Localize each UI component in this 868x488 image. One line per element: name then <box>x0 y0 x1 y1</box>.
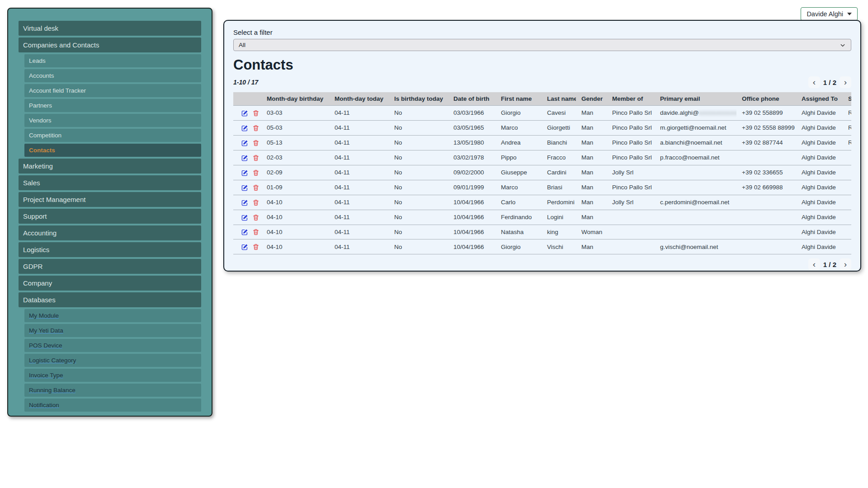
cell-member-of <box>607 210 655 225</box>
cell-actions <box>233 239 261 254</box>
delete-row-button[interactable] <box>252 229 259 235</box>
sidebar-item-my-yeti-data[interactable]: My Yeti Data <box>24 324 201 337</box>
filter-selected-value: All <box>239 42 245 48</box>
cell-assigned: Alghi Davide <box>796 106 843 121</box>
cell-last: Bianchi <box>542 135 576 150</box>
cell-gender: Man <box>576 195 607 210</box>
contacts-panel: Select a filter All Contacts 1-10 / 17 ‹… <box>223 20 861 272</box>
edit-icon <box>241 214 248 221</box>
edit-row-button[interactable] <box>241 110 248 117</box>
table-row: 02-0904-11No09/02/2000GiuseppeCardiniMan… <box>233 165 851 180</box>
cell-last: Perdomini <box>542 195 576 210</box>
chevron-down-icon <box>847 13 852 15</box>
sidebar-item-gdpr[interactable]: GDPR <box>19 259 201 274</box>
cell-dob: 03/05/1965 <box>448 120 495 135</box>
sidebar-item-databases[interactable]: Databases <box>19 292 201 307</box>
sidebar-item-account-field-tracker[interactable]: Account field Tracker <box>24 84 201 97</box>
sidebar-item-pos-device[interactable]: POS Device <box>24 339 201 352</box>
sidebar-item-leads[interactable]: Leads <box>24 54 201 67</box>
edit-row-button[interactable] <box>241 140 248 146</box>
sidebar-item-partners[interactable]: Partners <box>24 99 201 112</box>
edit-icon <box>241 229 248 235</box>
sidebar-item-invoice-type[interactable]: Invoice Type <box>24 369 201 382</box>
edit-icon <box>241 140 248 146</box>
sidebar-item-contacts[interactable]: Contacts <box>24 144 201 157</box>
sidebar-item-virtual-desk[interactable]: Virtual desk <box>19 21 201 36</box>
cell-email <box>655 210 736 225</box>
next-page-button[interactable]: › <box>840 258 851 270</box>
cell-member-of: Pinco Pallo Srl <box>607 180 655 195</box>
sidebar-item-vendors[interactable]: Vendors <box>24 114 201 127</box>
sidebar-item-competition[interactable]: Competition <box>24 129 201 142</box>
edit-row-button[interactable] <box>241 169 248 176</box>
cell-is-birthday: No <box>389 106 448 121</box>
cell-dob: 10/04/1966 <box>448 210 495 225</box>
delete-row-button[interactable] <box>252 244 259 250</box>
cell-last: Cavesi <box>542 106 576 121</box>
prev-page-button[interactable]: ‹ <box>808 258 820 270</box>
delete-row-button[interactable] <box>252 184 259 191</box>
edit-row-button[interactable] <box>241 199 248 206</box>
cell-dob: 03/03/1966 <box>448 106 495 121</box>
cell-last: Fracco <box>542 150 576 165</box>
cell-actions <box>233 195 261 210</box>
user-menu-button[interactable]: Davide Alghi <box>801 7 858 21</box>
sidebar-item-sales[interactable]: Sales <box>19 175 201 190</box>
delete-row-button[interactable] <box>252 140 259 146</box>
delete-row-button[interactable] <box>252 199 259 206</box>
cell-member-of <box>607 239 655 254</box>
cell-dob: 09/01/1999 <box>448 180 495 195</box>
cell-gender: Man <box>576 210 607 225</box>
sidebar-item-support[interactable]: Support <box>19 209 201 224</box>
cell-last: king <box>542 225 576 239</box>
prev-page-button[interactable]: ‹ <box>808 76 820 88</box>
cell-gender: Man <box>576 239 607 254</box>
edit-row-button[interactable] <box>241 125 248 131</box>
delete-row-button[interactable] <box>252 169 259 176</box>
edit-row-button[interactable] <box>241 214 248 221</box>
cell-member-of <box>607 225 655 239</box>
edit-row-button[interactable] <box>241 155 248 161</box>
cell-dob: 10/04/1966 <box>448 239 495 254</box>
sidebar-item-my-module[interactable]: My Module <box>24 309 201 322</box>
cell-phone <box>736 150 796 165</box>
sidebar-item-notification[interactable]: Notification <box>24 399 201 412</box>
cell-md-birthday: 02-09 <box>261 165 329 180</box>
trash-icon <box>253 155 259 161</box>
cell-assigned: Alghi Davide <box>796 165 843 180</box>
result-range: 1-10 / 17 <box>233 79 258 86</box>
cell-actions <box>233 120 261 135</box>
trash-icon <box>253 244 259 250</box>
delete-row-button[interactable] <box>252 155 259 161</box>
next-page-button[interactable]: › <box>840 76 851 88</box>
cell-assigned: Alghi Davide <box>796 135 843 150</box>
sidebar-item-accounting[interactable]: Accounting <box>19 225 201 240</box>
cell-md-today: 04-11 <box>329 210 389 225</box>
sidebar-item-running-balance[interactable]: Running Balance <box>24 384 201 397</box>
cell-shared <box>843 195 851 210</box>
filter-select[interactable]: All <box>233 39 851 51</box>
cell-phone: +39 02 5558 88999 <box>736 120 796 135</box>
column-header: Primary email <box>655 92 736 106</box>
edit-icon <box>241 169 248 176</box>
edit-icon <box>241 110 248 117</box>
cell-shared <box>843 165 851 180</box>
edit-row-button[interactable] <box>241 184 248 191</box>
cell-phone <box>736 210 796 225</box>
sidebar-item-companies-and-contacts[interactable]: Companies and Contacts <box>19 38 201 52</box>
table-row: 04-1004-11No10/04/1966NatashakingWomanAl… <box>233 225 851 239</box>
sidebar-item-marketing[interactable]: Marketing <box>19 159 201 174</box>
cell-first: Marco <box>495 180 542 195</box>
delete-row-button[interactable] <box>252 110 259 117</box>
sidebar-item-logistics[interactable]: Logistics <box>19 242 201 257</box>
delete-row-button[interactable] <box>252 214 259 221</box>
edit-row-button[interactable] <box>241 244 248 250</box>
sidebar-item-logistic-category[interactable]: Logistic Category <box>24 354 201 367</box>
sidebar-item-company[interactable]: Company <box>19 276 201 291</box>
cell-phone <box>736 195 796 210</box>
edit-row-button[interactable] <box>241 229 248 235</box>
sidebar-item-accounts[interactable]: Accounts <box>24 69 201 82</box>
column-header: Last name <box>542 92 576 106</box>
sidebar-item-project-management[interactable]: Project Management <box>19 192 201 207</box>
delete-row-button[interactable] <box>252 125 259 131</box>
